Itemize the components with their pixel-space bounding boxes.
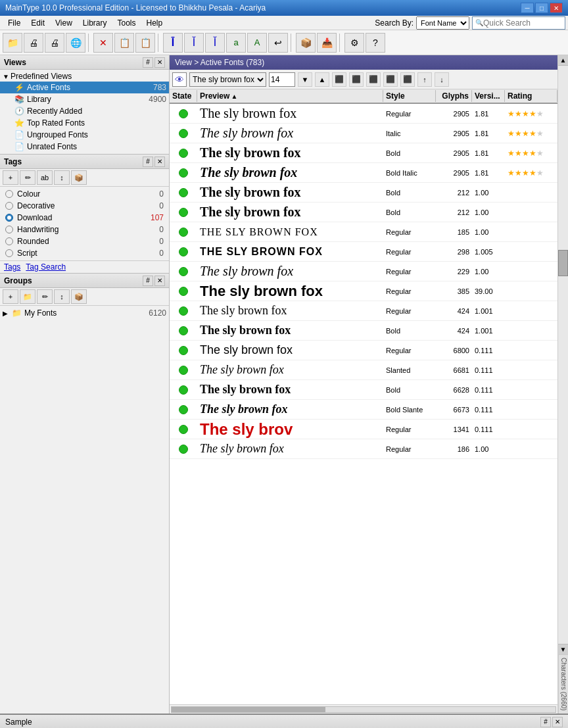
search-by-select[interactable]: Font Name [416, 16, 469, 30]
font-row-14[interactable]: The sly brown fox Bold 6628 0.111 [170, 380, 557, 400]
views-pin-button[interactable]: # [143, 57, 153, 68]
tags-pin-button[interactable]: # [143, 157, 153, 167]
menu-view[interactable]: View [50, 17, 78, 29]
tb-package-button[interactable]: 📦 [296, 33, 316, 53]
tb-download-button[interactable]: 📥 [317, 33, 337, 53]
tb-font-I-button[interactable]: Ī [163, 33, 183, 53]
tags-footer-tags-link[interactable]: Tags [4, 262, 20, 272]
tags-close-button[interactable]: ✕ [154, 157, 165, 167]
tb-paste-button[interactable]: 📋 [135, 33, 155, 53]
tb-font-T2-button[interactable]: Ĭ [205, 33, 225, 53]
col-rating[interactable]: Rating [505, 90, 557, 102]
font-row-16[interactable]: The sly brov Regular 1341 0.111 [170, 420, 557, 439]
group-edit-button[interactable]: ✏ [37, 289, 53, 304]
views-item-recently-added[interactable]: 🕐 Recently Added [0, 105, 169, 117]
tb-font-T-button[interactable]: Ĭ [184, 33, 204, 53]
af-tool-5[interactable]: ⬛ [400, 72, 415, 87]
tag-rounded-radio[interactable] [5, 237, 13, 245]
tb-web-button[interactable]: 🌐 [66, 33, 85, 53]
preview-text-select[interactable]: The sly brown fox [189, 72, 266, 87]
tb-AA-button[interactable]: A [247, 33, 267, 53]
font-row-1[interactable]: The sly brown fox Italic 2905 1.81 ★★★★★ [170, 124, 557, 143]
font-row-0[interactable]: The sly brown fox Regular 2905 1.81 ★★★★… [170, 104, 557, 124]
tree-expand-icon[interactable]: ▼ [3, 73, 11, 80]
menu-help[interactable]: Help [141, 17, 168, 29]
size-down-button[interactable]: ▼ [298, 72, 312, 87]
col-state[interactable]: State [170, 90, 197, 102]
font-row-17[interactable]: The sly brown fox Regular 186 1.00 [170, 439, 557, 459]
font-row-10[interactable]: The sly brown fox Regular 424 1.001 [170, 301, 557, 321]
tb-help-button[interactable]: ? [366, 33, 385, 53]
scroll-thumb[interactable] [558, 250, 568, 276]
tag-colour[interactable]: Colour 0 [0, 188, 169, 200]
maximize-button[interactable]: □ [535, 3, 548, 13]
tb-aa-button[interactable]: a [226, 33, 246, 53]
tag-edit-button[interactable]: ✏ [20, 170, 36, 185]
font-row-12[interactable]: The sly brown fox Regular 6800 0.111 [170, 341, 557, 360]
tag-package-button[interactable]: 📦 [71, 170, 87, 185]
tag-add-button[interactable]: + [3, 170, 18, 185]
groups-close-button[interactable]: ✕ [154, 276, 165, 286]
tb-settings-button[interactable]: ⚙ [344, 33, 364, 53]
col-style[interactable]: Style [383, 90, 436, 102]
font-row-8[interactable]: The sly brown fox Regular 229 1.00 [170, 262, 557, 281]
views-item-library[interactable]: 📚 Library 4900 [0, 93, 169, 105]
tb-cut-button[interactable]: ✕ [93, 33, 113, 53]
af-tool-6[interactable]: ↑ [417, 72, 432, 87]
af-tool-2[interactable]: ⬛ [349, 72, 364, 87]
tag-script-radio[interactable] [5, 249, 13, 257]
font-row-5[interactable]: The sly brown fox Bold 212 1.00 [170, 203, 557, 222]
tag-handwriting[interactable]: Handwriting 0 [0, 224, 169, 235]
af-tool-1[interactable]: ⬛ [332, 72, 346, 87]
tag-filter-button[interactable]: ab [37, 170, 53, 185]
font-row-9[interactable]: The sly brown fox Regular 385 39.00 [170, 281, 557, 301]
font-row-2[interactable]: The sly brown fox Bold 2905 1.81 ★★★★★ [170, 143, 557, 163]
scroll-down-button[interactable]: ▼ [558, 644, 568, 654]
sample-close-button[interactable]: ✕ [552, 717, 563, 727]
af-tool-3[interactable]: ⬛ [366, 72, 381, 87]
views-item-top-rated[interactable]: ⭐ Top Rated Fonts [0, 117, 169, 129]
col-glyphs[interactable]: Glyphs [436, 90, 472, 102]
tb-print-button[interactable]: 🖨 [24, 33, 43, 53]
col-version[interactable]: Versi... [472, 90, 505, 102]
views-item-active-fonts[interactable]: ⚡ Active Fonts 783 [0, 82, 169, 93]
font-row-3[interactable]: The sly brown fox Bold Italic 2905 1.81 … [170, 163, 557, 183]
close-button[interactable]: ✕ [550, 3, 563, 13]
scroll-up-button[interactable]: ▲ [558, 55, 568, 66]
font-row-4[interactable]: The sly brown fox Bold 212 1.00 [170, 183, 557, 203]
views-item-ungrouped[interactable]: 📄 Ungrouped Fonts [0, 129, 169, 141]
menu-file[interactable]: File [3, 17, 26, 29]
views-item-unrated[interactable]: 📄 Unrated Fonts [0, 141, 169, 153]
group-pkg-button[interactable]: 📦 [71, 289, 87, 304]
minimize-button[interactable]: ─ [521, 3, 534, 13]
views-close-button[interactable]: ✕ [154, 57, 165, 68]
menu-library[interactable]: Library [78, 17, 112, 29]
tag-decorative[interactable]: Decorative 0 [0, 200, 169, 212]
tag-download[interactable]: Download 107 [0, 212, 169, 224]
font-size-input[interactable] [269, 72, 295, 87]
horizontal-scrollbar[interactable] [170, 704, 557, 714]
col-preview[interactable]: Preview ▲ [197, 90, 383, 102]
tag-sort-button[interactable]: ↕ [54, 170, 70, 185]
main-vertical-scrollbar[interactable]: ▲ ▼ Characters (2660) [557, 55, 568, 714]
group-folder-button[interactable]: 📁 [20, 289, 36, 304]
menu-tools[interactable]: Tools [112, 17, 141, 29]
tag-colour-radio[interactable] [5, 190, 13, 198]
font-row-13[interactable]: The sly brown fox Slanted 6681 0.111 [170, 360, 557, 380]
font-row-7[interactable]: THE SLY BROWN FOX Regular 298 1.005 [170, 242, 557, 262]
tag-handwriting-radio[interactable] [5, 226, 13, 233]
tags-footer-search-link[interactable]: Tag Search [26, 262, 66, 272]
font-row-15[interactable]: The sly brown fox Bold Slante 6673 0.111 [170, 400, 557, 420]
af-tool-4[interactable]: ⬛ [383, 72, 398, 87]
tb-open-button[interactable]: 📁 [3, 33, 22, 53]
size-up-button[interactable]: ▲ [315, 72, 329, 87]
group-add-button[interactable]: + [3, 289, 18, 304]
tag-decorative-radio[interactable] [5, 202, 13, 210]
tag-download-radio[interactable] [5, 214, 13, 222]
font-row-11[interactable]: The sly brown fox Bold 424 1.001 [170, 321, 557, 341]
tag-rounded[interactable]: Rounded 0 [0, 235, 169, 247]
search-input[interactable] [483, 18, 562, 28]
characters-label[interactable]: Characters (2660) [558, 654, 568, 714]
menu-edit[interactable]: Edit [26, 17, 50, 29]
af-tool-7[interactable]: ↓ [435, 72, 449, 87]
